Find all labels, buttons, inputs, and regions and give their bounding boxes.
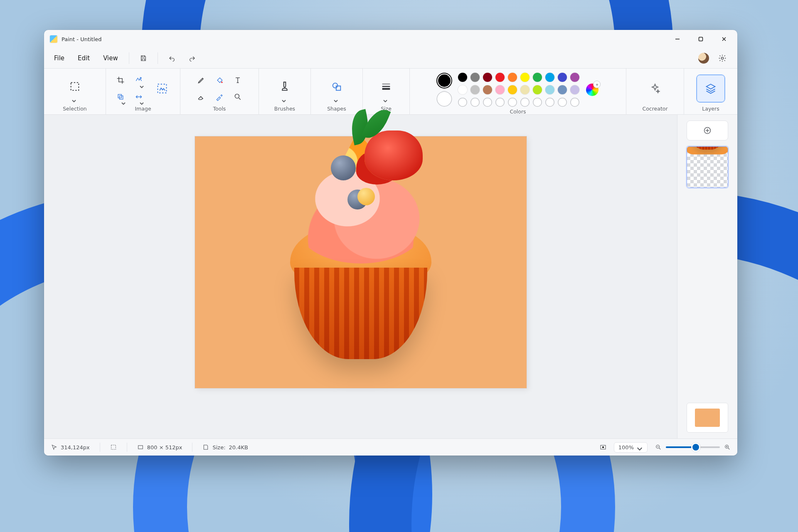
custom-color-slot[interactable] bbox=[458, 98, 467, 107]
custom-color-slot[interactable] bbox=[508, 98, 517, 107]
palette-swatch[interactable] bbox=[545, 73, 554, 82]
palette-swatch[interactable] bbox=[558, 85, 567, 94]
crop-button[interactable] bbox=[113, 73, 128, 87]
custom-color-slot[interactable] bbox=[495, 98, 505, 107]
color-picker-tool[interactable] bbox=[212, 90, 227, 104]
palette-swatch[interactable] bbox=[458, 85, 467, 94]
close-button[interactable] bbox=[712, 30, 736, 48]
svg-point-8 bbox=[333, 83, 338, 88]
minimize-button[interactable] bbox=[666, 30, 689, 48]
custom-color-slot[interactable] bbox=[470, 98, 480, 107]
fit-to-window-icon bbox=[600, 444, 606, 451]
menu-view[interactable]: View bbox=[98, 51, 123, 65]
zoom-in-icon[interactable] bbox=[724, 444, 731, 451]
brushes-dropdown[interactable] bbox=[273, 76, 296, 97]
menu-file[interactable]: File bbox=[49, 51, 69, 65]
window-title: Paint - Untitled bbox=[62, 36, 102, 42]
palette-swatch[interactable] bbox=[533, 85, 542, 94]
zoom-out-icon[interactable] bbox=[655, 444, 662, 451]
size-dropdown[interactable] bbox=[375, 76, 397, 97]
palette-swatch[interactable] bbox=[495, 85, 505, 94]
svg-point-14 bbox=[602, 446, 604, 448]
chevron-down-icon[interactable] bbox=[71, 98, 78, 101]
svg-rect-4 bbox=[120, 96, 123, 99]
color-palette bbox=[458, 73, 579, 107]
palette-swatch[interactable] bbox=[470, 85, 480, 94]
custom-color-slot[interactable] bbox=[483, 98, 492, 107]
undo-button[interactable] bbox=[164, 51, 180, 66]
fit-to-window-button[interactable] bbox=[600, 444, 606, 451]
fill-tool[interactable] bbox=[212, 73, 227, 87]
remove-background-button[interactable] bbox=[151, 78, 173, 99]
svg-rect-3 bbox=[118, 94, 121, 98]
artboard[interactable] bbox=[195, 136, 527, 388]
disk-icon bbox=[202, 444, 209, 451]
svg-point-1 bbox=[721, 57, 723, 59]
palette-swatch[interactable] bbox=[458, 73, 467, 82]
status-bar: 314,124px 800 × 512px Size: 20.4KB 100% bbox=[44, 438, 737, 456]
ribbon: Selection bbox=[44, 69, 737, 115]
cursor-icon bbox=[51, 444, 57, 451]
palette-swatch[interactable] bbox=[483, 73, 492, 82]
palette-swatch[interactable] bbox=[545, 85, 554, 94]
titlebar[interactable]: Paint - Untitled bbox=[44, 30, 737, 48]
paint-window: Paint - Untitled File Edit View bbox=[44, 30, 737, 456]
layer-thumbnail-1[interactable] bbox=[687, 146, 728, 188]
selection-tool[interactable] bbox=[64, 76, 86, 97]
window-controls bbox=[666, 30, 736, 48]
custom-color-slot[interactable] bbox=[545, 98, 554, 107]
maximize-button[interactable] bbox=[689, 30, 712, 48]
save-button[interactable] bbox=[135, 51, 152, 66]
zoom-dropdown[interactable]: 100% bbox=[614, 442, 648, 453]
resize-button[interactable] bbox=[131, 73, 147, 87]
palette-swatch[interactable] bbox=[533, 73, 542, 82]
canvas-size-icon bbox=[137, 444, 144, 451]
flip-button[interactable] bbox=[131, 90, 147, 104]
selection-bounds-icon bbox=[110, 444, 117, 451]
chevron-down-icon[interactable] bbox=[383, 98, 389, 101]
palette-swatch[interactable] bbox=[558, 73, 567, 82]
edit-colors-button[interactable] bbox=[586, 84, 598, 96]
palette-swatch[interactable] bbox=[520, 85, 530, 94]
group-label-colors: Colors bbox=[510, 107, 526, 115]
work-area bbox=[44, 115, 737, 438]
palette-swatch[interactable] bbox=[508, 85, 517, 94]
account-avatar[interactable] bbox=[698, 53, 709, 64]
palette-swatch[interactable] bbox=[495, 73, 505, 82]
cocreator-button[interactable] bbox=[644, 78, 666, 99]
zoom-slider[interactable] bbox=[655, 444, 731, 451]
rotate-button[interactable] bbox=[113, 90, 128, 104]
palette-swatch[interactable] bbox=[470, 73, 480, 82]
layers-toggle-button[interactable] bbox=[697, 75, 725, 102]
menu-edit[interactable]: Edit bbox=[73, 51, 95, 65]
redo-button[interactable] bbox=[184, 51, 200, 66]
magnifier-tool[interactable] bbox=[230, 90, 246, 104]
chevron-down-icon[interactable] bbox=[281, 98, 288, 101]
custom-color-slot[interactable] bbox=[558, 98, 567, 107]
background-layer-chip[interactable] bbox=[687, 403, 728, 433]
secondary-color-swatch[interactable] bbox=[437, 92, 451, 106]
svg-rect-5 bbox=[158, 84, 167, 93]
canvas-dimensions: 800 × 512px bbox=[137, 444, 182, 451]
chevron-down-icon[interactable] bbox=[333, 98, 340, 101]
svg-rect-12 bbox=[138, 446, 143, 449]
custom-color-slot[interactable] bbox=[570, 98, 579, 107]
shapes-dropdown[interactable] bbox=[325, 76, 348, 97]
pencil-tool[interactable] bbox=[193, 73, 209, 87]
primary-color-swatch[interactable] bbox=[437, 74, 451, 88]
palette-swatch[interactable] bbox=[520, 73, 530, 82]
palette-swatch[interactable] bbox=[483, 85, 492, 94]
custom-color-slot[interactable] bbox=[520, 98, 530, 107]
group-label-tools: Tools bbox=[213, 104, 226, 112]
add-layer-button[interactable] bbox=[687, 121, 728, 140]
selection-size bbox=[110, 444, 117, 451]
text-tool[interactable] bbox=[230, 73, 246, 87]
palette-swatch[interactable] bbox=[570, 73, 579, 82]
eraser-tool[interactable] bbox=[193, 90, 209, 104]
canvas-viewport[interactable] bbox=[44, 115, 677, 438]
custom-color-slot[interactable] bbox=[533, 98, 542, 107]
palette-swatch[interactable] bbox=[570, 85, 579, 94]
menubar: File Edit View bbox=[44, 48, 737, 69]
settings-button[interactable] bbox=[715, 51, 730, 66]
palette-swatch[interactable] bbox=[508, 73, 517, 82]
